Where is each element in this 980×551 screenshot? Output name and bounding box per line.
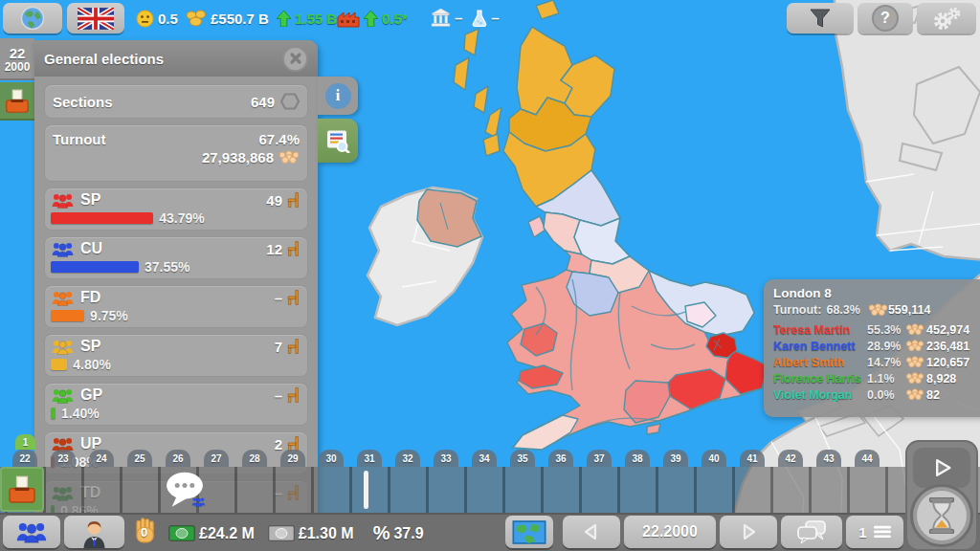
research-flask-icon xyxy=(472,10,487,27)
banknote-grey-icon xyxy=(268,525,295,541)
timeline-week-40[interactable]: 40 xyxy=(702,450,726,467)
analysis-tab[interactable] xyxy=(318,119,358,163)
party-result-card[interactable]: SP 7 4.80% xyxy=(44,334,308,377)
party-vote-bar xyxy=(51,212,153,224)
hand-value: 0 xyxy=(141,525,147,540)
world-map-icon xyxy=(512,520,546,544)
treasury-growth-arrow-icon xyxy=(277,11,291,27)
industry-growth: 0.5* xyxy=(382,11,408,27)
voters-crowd-icon xyxy=(278,150,300,165)
timeline-week-29[interactable]: 29 xyxy=(280,450,305,467)
timeline-week-22[interactable]: 22 xyxy=(12,450,37,467)
world-map-button[interactable] xyxy=(505,516,553,548)
date-week: 22 xyxy=(10,46,26,60)
party-vote-percent: 9.75% xyxy=(90,308,128,323)
globe-button[interactable] xyxy=(3,3,62,33)
party-members-icon xyxy=(51,339,75,355)
chat-icon xyxy=(796,519,827,544)
turnout-label: Turnout xyxy=(53,131,106,147)
timeline-week-42[interactable]: 42 xyxy=(778,450,803,467)
timeline-week-33[interactable]: 33 xyxy=(434,450,458,467)
percent-symbol: % xyxy=(373,522,390,544)
party-vote-percent: 37.55% xyxy=(145,259,189,275)
party-vote-bar xyxy=(51,359,67,370)
timeline-week-30[interactable]: 30 xyxy=(319,450,344,467)
timeline-week-37[interactable]: 37 xyxy=(587,450,612,467)
leader-avatar-button[interactable] xyxy=(64,516,124,548)
question-icon: ? xyxy=(872,5,899,32)
timeline-election-marker[interactable] xyxy=(0,467,44,512)
timeline-week-38[interactable]: 38 xyxy=(625,450,650,467)
turnout-crowd-icon xyxy=(868,303,888,317)
timeline-week-23[interactable]: 23 xyxy=(51,450,76,467)
date-display-button[interactable]: 22.2000 xyxy=(624,516,716,548)
party-vote-percent: 43.79% xyxy=(159,210,204,226)
election-event-tab[interactable] xyxy=(0,82,34,121)
timeline-week-44[interactable]: 44 xyxy=(855,450,880,467)
party-abbreviation: FD xyxy=(80,289,100,306)
timeline-week-26[interactable]: 26 xyxy=(166,450,190,467)
candidate-row: Albert Smith 14.7% 120,657 xyxy=(773,354,980,370)
sections-card: Sections 649 xyxy=(44,84,308,119)
timeline-week-28[interactable]: 28 xyxy=(242,450,267,467)
hexagon-icon xyxy=(280,93,300,110)
timeline-scrollbar-thumb[interactable] xyxy=(364,471,368,509)
timeline-week-39[interactable]: 39 xyxy=(663,450,688,467)
hourglass-button[interactable] xyxy=(910,484,973,547)
party-result-card[interactable]: SP 49 43.79% xyxy=(44,187,308,231)
party-abbreviation: CU xyxy=(80,240,102,257)
timeline-week-34[interactable]: 34 xyxy=(472,450,497,467)
close-button[interactable] xyxy=(282,46,308,72)
funnel-icon xyxy=(809,8,832,29)
factory-icon xyxy=(337,9,360,28)
party-result-card[interactable]: CU 12 37.55% xyxy=(44,236,308,279)
happiness-icon xyxy=(136,10,154,28)
timeline-week-41[interactable]: 41 xyxy=(740,450,765,467)
banknote-green-icon xyxy=(168,525,195,541)
results-magnifier-icon xyxy=(325,129,350,153)
candidate-percent: 1.1% xyxy=(867,372,905,386)
timeline-track[interactable] xyxy=(0,467,980,513)
tooltip-turnout-percent: 68.3% xyxy=(826,303,859,317)
party-abbreviation: GP xyxy=(80,386,102,404)
country-flag-button[interactable] xyxy=(67,3,124,33)
settings-button[interactable] xyxy=(917,3,976,33)
timeline-week-25[interactable]: 25 xyxy=(127,450,152,467)
party-result-card[interactable]: FD – 9.75% xyxy=(44,285,308,328)
timeline-week-31[interactable]: 31 xyxy=(357,450,382,467)
votes-crowd-icon xyxy=(905,388,924,401)
party-result-card[interactable]: GP – 1.40% xyxy=(44,383,308,426)
timeline-week-36[interactable]: 36 xyxy=(548,450,573,467)
timeline-week-35[interactable]: 35 xyxy=(510,450,535,467)
timeline-week-24[interactable]: 24 xyxy=(89,450,114,467)
cash-secondary: £1.30 M xyxy=(299,525,354,542)
party-members-button[interactable] xyxy=(3,516,60,548)
pending-tasks-button[interactable]: 1 xyxy=(846,516,903,548)
candidate-row: Florence Harris 1.1% 8,928 xyxy=(773,370,980,386)
seat-chair-icon xyxy=(287,387,300,403)
filter-button[interactable] xyxy=(787,3,854,33)
info-tab[interactable]: i xyxy=(318,77,358,115)
timeline-week-27[interactable]: 27 xyxy=(204,450,229,467)
actions-stat: 0 xyxy=(134,518,157,544)
candidate-votes: 8,928 xyxy=(926,372,980,386)
prev-turn-button[interactable] xyxy=(563,516,620,548)
arrow-left-icon xyxy=(582,522,601,541)
research-value: – xyxy=(491,10,499,26)
happiness-stat: 0.5 xyxy=(136,10,178,28)
date-year: 2000 xyxy=(5,60,31,74)
party-abbreviation: SP xyxy=(80,338,100,355)
candidate-row: Teresa Martin 55.3% 452,974 xyxy=(773,321,980,338)
timeline-week-43[interactable]: 43 xyxy=(816,450,841,467)
timeline-week-32[interactable]: 32 xyxy=(395,450,420,467)
messages-button[interactable] xyxy=(781,516,842,548)
help-button[interactable]: ? xyxy=(858,3,913,33)
industry-stat: 0.5* xyxy=(337,9,408,28)
timeline-chat-event-marker[interactable] xyxy=(163,471,207,511)
play-button[interactable] xyxy=(913,448,970,488)
next-turn-button[interactable] xyxy=(720,516,777,548)
tooltip-turnout-voters: 559,114 xyxy=(888,303,931,317)
party-vote-percent: 1.40% xyxy=(61,406,100,421)
candidate-votes: 236,481 xyxy=(926,340,980,353)
parliament-stat: – – xyxy=(431,9,500,27)
